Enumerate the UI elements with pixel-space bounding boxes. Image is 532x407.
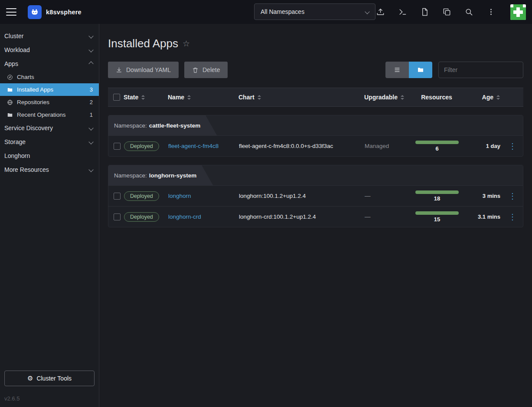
sidebar-item-recent-operations[interactable]: Recent Operations 1: [0, 108, 99, 121]
namespace-select[interactable]: All Namespaces: [254, 3, 375, 20]
column-header-state[interactable]: State: [124, 94, 168, 101]
sidebar-item-storage[interactable]: Storage: [0, 135, 99, 149]
folder-icon: [7, 86, 13, 93]
favorite-star-icon[interactable]: ☆: [183, 39, 190, 49]
status-badge: Deployed: [124, 191, 159, 201]
app-name-link[interactable]: longhorn-crd: [168, 213, 201, 220]
count-badge: 1: [90, 112, 93, 118]
brand[interactable]: k8svsphere: [28, 5, 82, 19]
row-kebab-icon[interactable]: ⋮: [502, 192, 523, 200]
resources-bar: [415, 190, 459, 194]
kubectl-shell-icon[interactable]: [398, 8, 407, 16]
copy-kubeconfig-icon[interactable]: [442, 8, 451, 16]
sidebar-item-more-resources[interactable]: More Resources: [0, 163, 99, 177]
resources-count: 18: [434, 195, 440, 202]
sidebar-item-charts[interactable]: Charts: [0, 71, 99, 83]
namespace-label: Namespace:: [114, 122, 147, 129]
sidebar-item-cluster[interactable]: Cluster: [0, 29, 99, 43]
chevron-down-icon: [88, 125, 93, 130]
page-title: Installed Apps: [108, 37, 178, 50]
sidebar-item-apps[interactable]: Apps: [0, 57, 99, 71]
sidebar-item-repositories[interactable]: Repositories 2: [0, 96, 99, 108]
column-header-age[interactable]: Age: [458, 94, 502, 101]
resources-cell: 6: [415, 141, 459, 152]
folder-icon: [7, 112, 13, 118]
row-kebab-icon[interactable]: ⋮: [502, 213, 523, 221]
table-row: Deployed longhorn longhorn:100.1.2+up1.2…: [108, 185, 523, 206]
sidebar-item-longhorn[interactable]: Longhorn: [0, 149, 99, 163]
sidebar-item-label: Service Discovery: [4, 125, 53, 131]
chart-cell: longhorn:100.1.2+up1.2.4: [239, 193, 365, 199]
column-header-chart[interactable]: Chart: [238, 94, 364, 101]
namespace-tab: Namespace: cattle-fleet-system: [108, 115, 217, 135]
cluster-tools-label: Cluster Tools: [36, 375, 72, 382]
sidebar-item-label: Longhorn: [4, 152, 30, 159]
chevron-down-icon: [88, 47, 93, 52]
column-header-upgradable[interactable]: Upgradable: [364, 94, 415, 101]
menu-icon[interactable]: [6, 8, 16, 16]
download-icon: [116, 67, 122, 73]
namespace-name: longhorn-system: [149, 172, 197, 179]
globe-icon: [7, 99, 13, 105]
sidebar-item-workload[interactable]: Workload: [0, 43, 99, 57]
sidebar-item-label: Cluster: [4, 33, 23, 39]
row-kebab-icon[interactable]: ⋮: [502, 142, 523, 150]
column-header-name[interactable]: Name: [168, 94, 238, 101]
chevron-up-icon: [88, 61, 93, 66]
rancher-logo-icon: [28, 5, 42, 19]
chevron-down-icon: [88, 139, 93, 144]
resources-count: 6: [435, 145, 438, 152]
search-icon[interactable]: [464, 8, 473, 16]
list-view-button[interactable]: [385, 62, 409, 78]
kubeconfig-file-icon[interactable]: [420, 8, 429, 16]
sidebar-item-service-discovery[interactable]: Service Discovery: [0, 121, 99, 135]
download-yaml-button[interactable]: Download YAML: [108, 62, 179, 78]
grouped-view-button[interactable]: [409, 62, 432, 78]
resources-cell: 18: [415, 190, 459, 202]
count-badge: 3: [90, 86, 93, 93]
main-content: Installed Apps ☆ Download YAML Delete: [99, 24, 532, 407]
import-yaml-icon[interactable]: [376, 8, 385, 16]
sidebar-item-installed-apps[interactable]: Installed Apps 3: [0, 83, 99, 96]
chevron-down-icon: [365, 9, 369, 14]
app-name-link[interactable]: longhorn: [168, 193, 191, 199]
sort-icon: [496, 95, 500, 100]
select-all-checkbox[interactable]: [113, 94, 120, 101]
age-cell: 3.1 mins: [459, 213, 502, 220]
namespace-name: cattle-fleet-system: [149, 122, 201, 129]
sort-icon: [401, 95, 404, 100]
header-kebab-icon[interactable]: [486, 8, 495, 16]
sort-icon: [187, 95, 191, 100]
namespace-tab: Namespace: longhorn-system: [108, 165, 213, 185]
namespace-group: Namespace: cattle-fleet-system Deployed …: [108, 115, 523, 157]
app-name-link[interactable]: fleet-agent-c-fm4c8: [168, 143, 219, 149]
gear-icon: ⚙: [27, 374, 33, 382]
namespace-label: Namespace:: [114, 172, 147, 179]
sidebar-item-label: Charts: [17, 74, 34, 80]
column-header-resources: Resources: [415, 94, 458, 101]
resources-cell: 15: [415, 211, 459, 223]
table-row: Deployed longhorn-crd longhorn-crd:100.1…: [108, 206, 523, 227]
sidebar-item-label: Repositories: [17, 99, 49, 105]
chart-cell: longhorn-crd:100.1.2+up1.2.4: [239, 213, 365, 220]
upgradable-cell: Managed: [365, 143, 415, 149]
delete-button[interactable]: Delete: [184, 62, 228, 78]
filter-input[interactable]: [438, 62, 523, 78]
row-checkbox[interactable]: [114, 193, 121, 200]
resources-bar: [415, 141, 459, 144]
chevron-down-icon: [88, 33, 93, 38]
sidebar-item-label: Workload: [4, 46, 30, 53]
table-row: Deployed fleet-agent-c-fm4c8 fleet-agent…: [108, 135, 523, 156]
compass-icon: [7, 74, 13, 80]
row-checkbox[interactable]: [114, 213, 121, 220]
sort-icon: [141, 95, 145, 100]
namespace-group-header: Namespace: longhorn-system: [108, 165, 523, 185]
sidebar-item-label: Recent Operations: [17, 112, 66, 118]
age-cell: 3 mins: [459, 193, 502, 199]
user-avatar[interactable]: [510, 4, 526, 20]
namespace-group-header: Namespace: cattle-fleet-system: [108, 115, 523, 135]
list-icon: [394, 66, 401, 73]
cluster-tools-button[interactable]: ⚙ Cluster Tools: [4, 371, 95, 386]
header-actions: [376, 4, 526, 20]
row-checkbox[interactable]: [114, 143, 121, 150]
